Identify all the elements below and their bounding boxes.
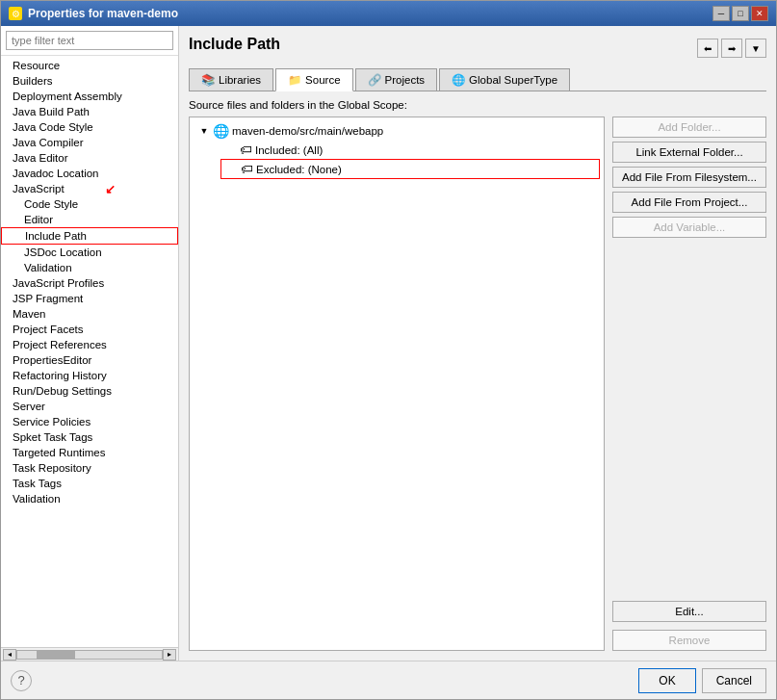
tree-included[interactable]: 🏷 Included: (All) [220,141,600,159]
expand-icon-included [224,143,238,157]
expand-icon: ▼ [197,124,211,138]
scroll-thumb [37,651,75,659]
main-window: ⚙ Properties for maven-demo ─ □ ✕ Resour… [0,0,777,700]
sidebar-item-java-compiler[interactable]: Java Compiler [1,135,178,150]
bottom-buttons: OK Cancel [638,668,766,693]
source-icon: 📁 [288,73,301,87]
main-panel-header: Include Path ⬅ ➡ ▼ [189,36,766,61]
help-button[interactable]: ? [11,670,32,691]
sidebar-scroll: ◂ ▸ [1,647,178,661]
nav-dropdown[interactable]: ▼ [745,39,766,58]
sidebar-item-task-tags[interactable]: Task Tags [1,476,178,491]
sidebar-item-javadoc[interactable]: Javadoc Location [1,166,178,181]
title-bar: ⚙ Properties for maven-demo ─ □ ✕ [1,1,776,26]
tree-included-label: Included: (All) [255,144,323,156]
tree-root-item[interactable]: ▼ 🌐 maven-demo/src/main/webapp [194,121,600,141]
tab-global-supertype[interactable]: 🌐 Global SuperType [439,68,570,91]
add-variable-button[interactable]: Add Variable... [612,217,766,238]
minimize-button[interactable]: ─ [712,6,730,21]
sidebar-item-java-code-style[interactable]: Java Code Style [1,119,178,135]
tree-children: 🏷 Included: (All) 🏷 Excluded: (None) [194,141,600,179]
sidebar-item-java-build-path[interactable]: Java Build Path [1,104,178,119]
sidebar-item-code-style[interactable]: Code Style [1,196,178,212]
tree-excluded-label: Excluded: (None) [256,164,342,175]
sidebar: Resource Builders Deployment Assembly Ja… [1,26,179,661]
sidebar-item-validation[interactable]: Validation [1,491,178,506]
add-file-project-button[interactable]: Add File From Project... [612,192,766,213]
remove-button[interactable]: Remove [612,630,766,651]
nav-forward[interactable]: ➡ [721,39,742,58]
sidebar-item-targeted[interactable]: Targeted Runtimes [1,445,178,460]
window-icon: ⚙ [9,7,22,20]
scroll-right[interactable]: ▸ [163,649,176,661]
sidebar-item-deployment[interactable]: Deployment Assembly [1,89,178,104]
source-content: ▼ 🌐 maven-demo/src/main/webapp 🏷 Include… [189,117,766,651]
nav-buttons: ⬅ ➡ ▼ [697,39,766,58]
scope-label: Source files and folders in the Global S… [189,99,766,111]
sidebar-item-server[interactable]: Server [1,399,178,414]
filter-box [1,26,178,56]
sidebar-item-service-policies[interactable]: Service Policies [1,414,178,429]
sidebar-list: Resource Builders Deployment Assembly Ja… [1,56,178,647]
sidebar-item-refactoring[interactable]: Refactoring History [1,368,178,383]
tree-root-label: maven-demo/src/main/webapp [232,125,383,137]
link-external-folder-button[interactable]: Link External Folder... [612,142,766,163]
expand-icon-excluded [225,163,239,176]
nav-back[interactable]: ⬅ [697,39,718,58]
sidebar-item-jsp-fragment[interactable]: JSP Fragment [1,291,178,306]
window-title: Properties for maven-demo [28,7,178,20]
tab-source[interactable]: 📁 Source [275,68,352,91]
scroll-track [16,650,163,660]
sidebar-item-project-refs[interactable]: Project References [1,337,178,352]
filter-input[interactable] [6,31,173,50]
bottom-bar: ? OK Cancel [1,661,776,699]
maximize-button[interactable]: □ [732,6,749,21]
title-buttons: ─ □ ✕ [712,6,768,21]
content-area: Resource Builders Deployment Assembly Ja… [1,26,776,661]
projects-icon: 🔗 [368,73,381,87]
libraries-icon: 📚 [201,73,215,87]
sidebar-item-builders[interactable]: Builders [1,73,178,89]
sidebar-item-properties-editor[interactable]: PropertiesEditor [1,352,178,368]
bottom-left: ? [11,670,32,691]
buttons-panel: Add Folder... Link External Folder... Ad… [612,117,766,651]
ok-button[interactable]: OK [638,668,695,693]
sidebar-item-maven[interactable]: Maven [1,306,178,322]
tab-libraries[interactable]: 📚 Libraries [189,68,273,91]
sidebar-item-javascript[interactable]: JavaScript ↙ [1,181,178,196]
sidebar-item-task-repo[interactable]: Task Repository [1,460,178,476]
sidebar-item-editor[interactable]: Editor [1,212,178,227]
tree-panel: ▼ 🌐 maven-demo/src/main/webapp 🏷 Include… [189,117,605,651]
sidebar-item-resource[interactable]: Resource [1,58,178,73]
included-icon: 🏷 [240,143,252,157]
panel-title: Include Path [189,36,280,53]
global-supertype-icon: 🌐 [452,73,465,87]
sidebar-item-js-profiles[interactable]: JavaScript Profiles [1,275,178,291]
folder-icon: 🌐 [213,123,229,139]
sidebar-item-validation-sub[interactable]: Validation [1,260,178,275]
tab-bar: 📚 Libraries 📁 Source 🔗 Projects 🌐 Global… [189,68,766,91]
close-button[interactable]: ✕ [751,6,768,21]
main-panel: Include Path ⬅ ➡ ▼ 📚 Libraries 📁 Source [179,26,776,661]
sidebar-item-include-path[interactable]: Include Path [1,227,178,245]
tree-excluded[interactable]: 🏷 Excluded: (None) [220,159,600,179]
scroll-left[interactable]: ◂ [3,649,16,661]
sidebar-item-project-facets[interactable]: Project Facets [1,322,178,337]
title-bar-left: ⚙ Properties for maven-demo [9,7,178,20]
tab-projects[interactable]: 🔗 Projects [355,68,438,91]
sidebar-item-run-debug[interactable]: Run/Debug Settings [1,383,178,399]
excluded-icon: 🏷 [241,162,253,176]
add-file-filesystem-button[interactable]: Add File From Filesystem... [612,167,766,188]
edit-button[interactable]: Edit... [612,601,766,622]
sidebar-item-spket[interactable]: Spket Task Tags [1,429,178,445]
sidebar-item-jsdoc[interactable]: JSDoc Location [1,245,178,260]
cancel-button[interactable]: Cancel [702,668,766,693]
sidebar-item-java-editor[interactable]: Java Editor [1,150,178,166]
add-folder-button[interactable]: Add Folder... [612,117,766,138]
